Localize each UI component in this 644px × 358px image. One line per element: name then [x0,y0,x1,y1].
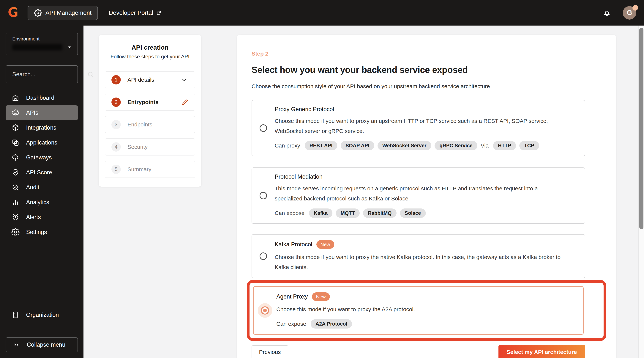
selection-highlight-box: Agent Proxy New Choose this mode if you … [247,280,606,341]
step2-main-card: Step 2 Select how you want your backend … [237,35,616,358]
chips-label: Via [481,142,489,149]
step-row-summary: 5 Summary [105,161,195,178]
radio-unselected[interactable] [260,192,267,199]
sidebar-item-label: Dashboard [26,95,54,101]
step-label: Summary [128,166,151,172]
sidebar-item-label: Applications [26,139,57,146]
step-row-security: 4 Security [105,138,195,156]
chevron-down-icon [180,76,188,83]
chip: REST API [305,141,338,150]
step-label: Entrypoints [128,99,158,105]
step-row-entrypoints[interactable]: 2 Entrypoints [105,94,195,111]
search-icon [87,71,94,78]
step-label: Security [128,144,148,150]
sidebar-item-label: APIs [26,109,38,116]
option-title: Agent Proxy [276,293,308,300]
user-avatar[interactable]: G [623,6,636,20]
cube-icon [11,123,20,132]
option-title: Kafka Protocol [275,241,312,248]
chips-label: Can expose [276,321,306,327]
edit-pencil-icon[interactable] [181,98,189,106]
step-tag: Step 2 [252,51,602,57]
environment-select[interactable]: Environment [6,33,78,55]
new-badge: New [312,292,330,301]
radio-unselected[interactable] [260,252,267,260]
chips-label: Can proxy [275,142,300,149]
sidebar-item-apis[interactable]: APIs [6,105,78,120]
option-card-protocol-mediation[interactable]: Protocol Mediation This mode serves inco… [252,167,585,224]
external-link-icon [156,10,162,16]
chip: gRPC Service [434,141,477,150]
sidebar-item-analytics[interactable]: Analytics [6,195,78,210]
select-architecture-button[interactable]: Select my API architecture [498,345,585,358]
chip: Solace [400,208,426,218]
sidebar-item-audit[interactable]: Audit [6,180,78,195]
organization-building-icon [11,311,20,319]
sidebar-search [6,65,78,83]
collapse-menu-label: Collapse menu [27,341,66,348]
chip: SOAP API [341,141,374,150]
sidebar-item-label: Alerts [26,214,41,221]
previous-button[interactable]: Previous [252,345,288,358]
sidebar-item-label: Settings [26,229,47,235]
applications-icon [11,138,20,147]
avatar-status-dot [632,5,638,11]
sidebar-item-organization[interactable]: Organization [6,307,78,322]
option-card-kafka-protocol[interactable]: Kafka Protocol New Choose this mode if y… [252,234,585,278]
sidebar-item-label: Integrations [26,124,56,131]
chips-label: Can expose [275,210,304,216]
chip: HTTP [493,141,516,150]
sidebar-item-api-score[interactable]: API Score [6,165,78,180]
sidebar-organization-section: Organization [0,307,84,322]
stepper-steps: 1 API details 2 Entrypoints [105,71,195,178]
sidebar-item-integrations[interactable]: Integrations [6,120,78,135]
step-number-badge: 3 [112,120,121,129]
sidebar-item-dashboard[interactable]: Dashboard [6,90,78,105]
api-creation-stepper-card: API creation Follow these steps to get y… [99,35,201,187]
step-row-api-details[interactable]: 1 API details [105,71,195,88]
environment-label: Environment [12,36,78,42]
avatar-initial: G [627,9,632,17]
sidebar: Environment [0,26,84,358]
cloud-api-icon [11,109,20,117]
option-title: Proxy Generic Protocol [275,106,334,113]
bar-chart-icon [11,198,20,207]
sidebar-item-gateways[interactable]: Gateways [6,150,78,165]
step-expand-button[interactable] [173,72,195,88]
gear-icon [34,9,42,17]
search-input[interactable] [6,71,87,78]
sidebar-item-settings[interactable]: Settings [6,225,78,240]
sidebar-divider [0,329,84,329]
option-title: Protocol Mediation [275,173,322,180]
stepper-title: API creation [105,44,195,51]
page-scrollbar-track [638,26,644,358]
developer-portal-link[interactable]: Developer Portal [109,9,162,16]
product-switcher-button[interactable]: API Management [28,6,98,20]
step-number-badge: 5 [112,165,121,174]
radio-dot [263,308,267,312]
sidebar-item-alerts[interactable]: Alerts [6,210,78,225]
stepper-subtitle: Follow these steps to get your API [105,54,195,60]
content-area: API creation Follow these steps to get y… [84,26,644,358]
sidebar-item-label: Analytics [26,199,49,206]
radio-selected[interactable] [261,306,269,314]
radio-unselected[interactable] [260,124,267,132]
step-label: API details [128,77,154,83]
new-badge: New [316,240,334,249]
page-subtitle: Choose the consumption style of your API… [252,83,602,90]
collapse-menu-button[interactable]: Collapse menu [6,337,78,352]
page-title: Select how you want your backend service… [252,65,602,75]
option-card-agent-proxy[interactable]: Agent Proxy New Choose this mode if you … [253,286,584,335]
option-card-proxy-generic[interactable]: Proxy Generic Protocol Choose this mode … [252,100,585,156]
option-description: This mode serves incoming requests on a … [275,183,565,204]
step-row-endpoints: 3 Endpoints [105,116,195,133]
chip: MQTT [336,208,360,218]
cloud-gateway-icon [11,153,20,162]
wizard-actions: Previous Select my API architecture [252,345,585,358]
sidebar-item-applications[interactable]: Applications [6,135,78,150]
notifications-button[interactable] [603,9,611,17]
option-description: Choose this mode if you want to proxy th… [276,304,567,314]
logo-letter: G [8,6,18,20]
gravitee-logo: G [6,6,20,20]
page-scrollbar-thumb[interactable] [639,28,644,229]
